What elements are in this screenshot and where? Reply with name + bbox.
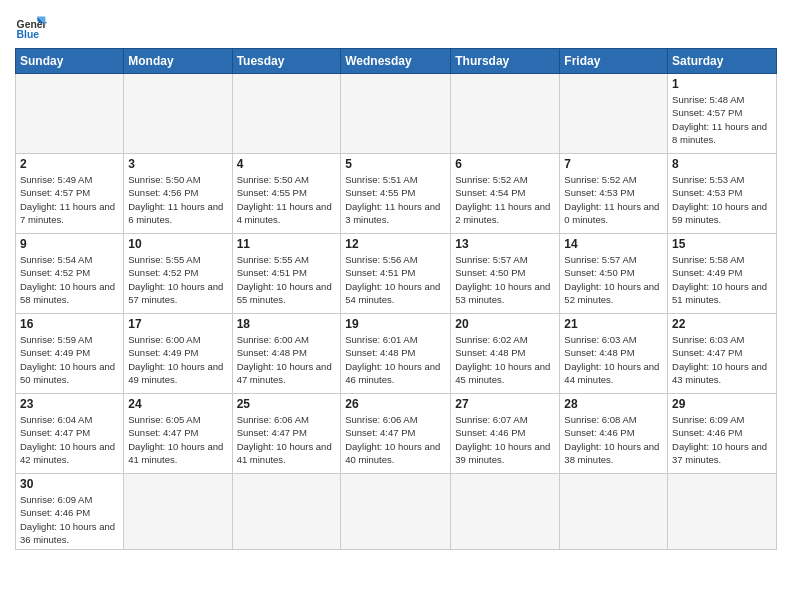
day-number: 19 bbox=[345, 317, 446, 331]
day-info: Sunrise: 6:03 AM Sunset: 4:48 PM Dayligh… bbox=[564, 333, 663, 386]
day-number: 30 bbox=[20, 477, 119, 491]
calendar-cell bbox=[124, 74, 232, 154]
day-header-wednesday: Wednesday bbox=[341, 49, 451, 74]
calendar-cell: 25Sunrise: 6:06 AM Sunset: 4:47 PM Dayli… bbox=[232, 394, 341, 474]
calendar-cell: 13Sunrise: 5:57 AM Sunset: 4:50 PM Dayli… bbox=[451, 234, 560, 314]
day-number: 9 bbox=[20, 237, 119, 251]
header: General Blue bbox=[15, 10, 777, 42]
calendar-cell: 4Sunrise: 5:50 AM Sunset: 4:55 PM Daylig… bbox=[232, 154, 341, 234]
day-info: Sunrise: 5:55 AM Sunset: 4:52 PM Dayligh… bbox=[128, 253, 227, 306]
day-info: Sunrise: 5:59 AM Sunset: 4:49 PM Dayligh… bbox=[20, 333, 119, 386]
calendar-cell: 26Sunrise: 6:06 AM Sunset: 4:47 PM Dayli… bbox=[341, 394, 451, 474]
day-number: 25 bbox=[237, 397, 337, 411]
day-info: Sunrise: 6:01 AM Sunset: 4:48 PM Dayligh… bbox=[345, 333, 446, 386]
day-number: 2 bbox=[20, 157, 119, 171]
calendar-cell: 12Sunrise: 5:56 AM Sunset: 4:51 PM Dayli… bbox=[341, 234, 451, 314]
day-number: 6 bbox=[455, 157, 555, 171]
logo: General Blue bbox=[15, 10, 51, 42]
day-info: Sunrise: 5:50 AM Sunset: 4:55 PM Dayligh… bbox=[237, 173, 337, 226]
week-row-5: 23Sunrise: 6:04 AM Sunset: 4:47 PM Dayli… bbox=[16, 394, 777, 474]
day-info: Sunrise: 5:52 AM Sunset: 4:53 PM Dayligh… bbox=[564, 173, 663, 226]
calendar-cell: 21Sunrise: 6:03 AM Sunset: 4:48 PM Dayli… bbox=[560, 314, 668, 394]
calendar-cell: 20Sunrise: 6:02 AM Sunset: 4:48 PM Dayli… bbox=[451, 314, 560, 394]
day-info: Sunrise: 5:55 AM Sunset: 4:51 PM Dayligh… bbox=[237, 253, 337, 306]
day-info: Sunrise: 6:06 AM Sunset: 4:47 PM Dayligh… bbox=[237, 413, 337, 466]
day-number: 26 bbox=[345, 397, 446, 411]
logo-icon: General Blue bbox=[15, 10, 47, 42]
day-number: 14 bbox=[564, 237, 663, 251]
day-number: 12 bbox=[345, 237, 446, 251]
calendar-cell: 30Sunrise: 6:09 AM Sunset: 4:46 PM Dayli… bbox=[16, 474, 124, 550]
calendar-cell bbox=[341, 474, 451, 550]
day-number: 28 bbox=[564, 397, 663, 411]
day-info: Sunrise: 5:52 AM Sunset: 4:54 PM Dayligh… bbox=[455, 173, 555, 226]
day-info: Sunrise: 6:04 AM Sunset: 4:47 PM Dayligh… bbox=[20, 413, 119, 466]
day-number: 16 bbox=[20, 317, 119, 331]
calendar-cell: 9Sunrise: 5:54 AM Sunset: 4:52 PM Daylig… bbox=[16, 234, 124, 314]
calendar-cell: 10Sunrise: 5:55 AM Sunset: 4:52 PM Dayli… bbox=[124, 234, 232, 314]
week-row-2: 2Sunrise: 5:49 AM Sunset: 4:57 PM Daylig… bbox=[16, 154, 777, 234]
calendar-cell bbox=[668, 474, 777, 550]
day-header-row: SundayMondayTuesdayWednesdayThursdayFrid… bbox=[16, 49, 777, 74]
calendar-cell: 3Sunrise: 5:50 AM Sunset: 4:56 PM Daylig… bbox=[124, 154, 232, 234]
day-info: Sunrise: 6:07 AM Sunset: 4:46 PM Dayligh… bbox=[455, 413, 555, 466]
calendar-cell bbox=[232, 74, 341, 154]
calendar-cell: 18Sunrise: 6:00 AM Sunset: 4:48 PM Dayli… bbox=[232, 314, 341, 394]
day-info: Sunrise: 6:06 AM Sunset: 4:47 PM Dayligh… bbox=[345, 413, 446, 466]
day-number: 1 bbox=[672, 77, 772, 91]
calendar-cell: 23Sunrise: 6:04 AM Sunset: 4:47 PM Dayli… bbox=[16, 394, 124, 474]
week-row-3: 9Sunrise: 5:54 AM Sunset: 4:52 PM Daylig… bbox=[16, 234, 777, 314]
day-info: Sunrise: 5:49 AM Sunset: 4:57 PM Dayligh… bbox=[20, 173, 119, 226]
day-number: 7 bbox=[564, 157, 663, 171]
day-info: Sunrise: 6:03 AM Sunset: 4:47 PM Dayligh… bbox=[672, 333, 772, 386]
day-info: Sunrise: 5:48 AM Sunset: 4:57 PM Dayligh… bbox=[672, 93, 772, 146]
day-number: 17 bbox=[128, 317, 227, 331]
calendar-cell: 1Sunrise: 5:48 AM Sunset: 4:57 PM Daylig… bbox=[668, 74, 777, 154]
day-header-sunday: Sunday bbox=[16, 49, 124, 74]
day-info: Sunrise: 5:53 AM Sunset: 4:53 PM Dayligh… bbox=[672, 173, 772, 226]
calendar-cell bbox=[124, 474, 232, 550]
day-info: Sunrise: 5:56 AM Sunset: 4:51 PM Dayligh… bbox=[345, 253, 446, 306]
day-info: Sunrise: 6:00 AM Sunset: 4:48 PM Dayligh… bbox=[237, 333, 337, 386]
calendar-cell: 19Sunrise: 6:01 AM Sunset: 4:48 PM Dayli… bbox=[341, 314, 451, 394]
calendar-cell: 27Sunrise: 6:07 AM Sunset: 4:46 PM Dayli… bbox=[451, 394, 560, 474]
calendar-cell bbox=[560, 474, 668, 550]
week-row-1: 1Sunrise: 5:48 AM Sunset: 4:57 PM Daylig… bbox=[16, 74, 777, 154]
calendar-cell: 14Sunrise: 5:57 AM Sunset: 4:50 PM Dayli… bbox=[560, 234, 668, 314]
day-header-tuesday: Tuesday bbox=[232, 49, 341, 74]
calendar-cell: 2Sunrise: 5:49 AM Sunset: 4:57 PM Daylig… bbox=[16, 154, 124, 234]
day-number: 11 bbox=[237, 237, 337, 251]
calendar-header: SundayMondayTuesdayWednesdayThursdayFrid… bbox=[16, 49, 777, 74]
day-header-thursday: Thursday bbox=[451, 49, 560, 74]
day-header-monday: Monday bbox=[124, 49, 232, 74]
calendar-cell: 15Sunrise: 5:58 AM Sunset: 4:49 PM Dayli… bbox=[668, 234, 777, 314]
day-info: Sunrise: 5:50 AM Sunset: 4:56 PM Dayligh… bbox=[128, 173, 227, 226]
day-number: 27 bbox=[455, 397, 555, 411]
day-info: Sunrise: 6:09 AM Sunset: 4:46 PM Dayligh… bbox=[20, 493, 119, 546]
calendar-cell: 5Sunrise: 5:51 AM Sunset: 4:55 PM Daylig… bbox=[341, 154, 451, 234]
calendar-cell bbox=[16, 74, 124, 154]
day-info: Sunrise: 5:54 AM Sunset: 4:52 PM Dayligh… bbox=[20, 253, 119, 306]
day-number: 22 bbox=[672, 317, 772, 331]
calendar-cell bbox=[451, 74, 560, 154]
day-number: 15 bbox=[672, 237, 772, 251]
day-info: Sunrise: 6:09 AM Sunset: 4:46 PM Dayligh… bbox=[672, 413, 772, 466]
calendar-cell bbox=[341, 74, 451, 154]
calendar-cell: 24Sunrise: 6:05 AM Sunset: 4:47 PM Dayli… bbox=[124, 394, 232, 474]
day-number: 5 bbox=[345, 157, 446, 171]
day-info: Sunrise: 6:00 AM Sunset: 4:49 PM Dayligh… bbox=[128, 333, 227, 386]
calendar-cell bbox=[451, 474, 560, 550]
week-row-4: 16Sunrise: 5:59 AM Sunset: 4:49 PM Dayli… bbox=[16, 314, 777, 394]
day-number: 24 bbox=[128, 397, 227, 411]
calendar-cell bbox=[232, 474, 341, 550]
day-number: 3 bbox=[128, 157, 227, 171]
calendar-cell: 16Sunrise: 5:59 AM Sunset: 4:49 PM Dayli… bbox=[16, 314, 124, 394]
week-row-6: 30Sunrise: 6:09 AM Sunset: 4:46 PM Dayli… bbox=[16, 474, 777, 550]
day-number: 29 bbox=[672, 397, 772, 411]
day-info: Sunrise: 6:08 AM Sunset: 4:46 PM Dayligh… bbox=[564, 413, 663, 466]
calendar-cell: 7Sunrise: 5:52 AM Sunset: 4:53 PM Daylig… bbox=[560, 154, 668, 234]
day-number: 21 bbox=[564, 317, 663, 331]
calendar-cell: 29Sunrise: 6:09 AM Sunset: 4:46 PM Dayli… bbox=[668, 394, 777, 474]
day-info: Sunrise: 5:58 AM Sunset: 4:49 PM Dayligh… bbox=[672, 253, 772, 306]
calendar-cell: 6Sunrise: 5:52 AM Sunset: 4:54 PM Daylig… bbox=[451, 154, 560, 234]
